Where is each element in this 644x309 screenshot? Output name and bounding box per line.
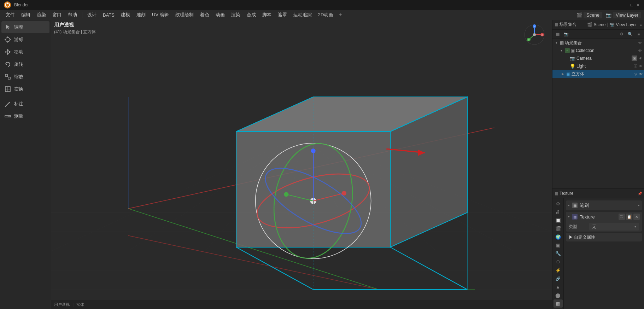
tool-transform[interactable]: 变换 <box>1 83 49 95</box>
outliner-collection-row[interactable]: ▾ ✓ ▣ Collection 👁 <box>552 47 644 54</box>
menu-file[interactable]: 文件 <box>3 11 18 19</box>
close-button[interactable]: ✕ <box>636 2 640 7</box>
annotate-icon <box>4 100 11 107</box>
type-value: 无 <box>592 224 596 230</box>
menu-edit[interactable]: 编辑 <box>18 11 33 19</box>
menu-render[interactable]: 渲染 <box>34 11 49 19</box>
outliner-tool-new[interactable]: ▦ <box>554 31 562 38</box>
menu-help[interactable]: 帮助 <box>65 11 80 19</box>
menu-window[interactable]: 窗口 <box>49 11 64 19</box>
tab-shading[interactable]: 着色 <box>197 11 212 19</box>
tool-scale[interactable]: 缩放 <box>1 71 49 83</box>
texture-expand-icon: ▾ <box>568 215 570 218</box>
outliner-filter-button[interactable]: ⚙ <box>618 31 626 38</box>
tab-compositing[interactable]: 合成 <box>244 11 259 19</box>
cube-name: 立方体 <box>572 71 633 77</box>
prop-tab-render[interactable]: ⚙ <box>554 200 563 208</box>
light-eye[interactable]: 👁 <box>639 64 643 68</box>
prop-tab-constraints[interactable]: 🔗 <box>554 275 563 283</box>
prop-tab-scene[interactable]: 🎬 <box>554 225 563 233</box>
tab-bats[interactable]: BATS <box>100 11 117 19</box>
scene-name[interactable]: Scene <box>584 12 602 18</box>
prop-tab-view-layer[interactable]: 🔲 <box>554 216 563 225</box>
tab-sculpt[interactable]: 雕刻 <box>134 11 148 19</box>
outliner-sort-filter[interactable]: ≡ <box>635 31 643 38</box>
prop-tab-world[interactable]: 🌍 <box>554 233 563 241</box>
prop-tab-particles[interactable]: ⬡ <box>554 258 563 266</box>
tab-design[interactable]: 设计 <box>84 11 99 19</box>
tab-motion-tracking[interactable]: 运动追踪 <box>291 11 315 19</box>
brush-header[interactable]: ▾ ▦ 笔刷 ▾ <box>566 200 642 210</box>
tool-select[interactable]: 调整 <box>1 21 49 33</box>
tab-scripting[interactable]: 脚本 <box>259 11 274 19</box>
viewport-shading[interactable]: 实体 <box>76 302 84 307</box>
collection-eye[interactable]: 👁 <box>638 49 642 53</box>
viewport[interactable]: 用户透视 (41) 场景集合 | 立方体 Z X Y <box>51 20 552 309</box>
outliner-tool-display[interactable]: 📷 <box>562 31 570 38</box>
tool-cursor[interactable]: 游标 <box>1 34 49 46</box>
custom-props-header[interactable]: ▶ 自定义属性 ⋯ <box>566 233 642 241</box>
camera-thumbnail[interactable]: ▣ <box>632 56 637 61</box>
tool-rotate[interactable]: 旋转 <box>1 58 49 70</box>
properties-content-area: ⚙ 🖨 🔲 🎬 🌍 ▣ 🔧 ⬡ ⚡ 🔗 ▲ ⬤ ▦ ▾ <box>552 198 644 309</box>
tab-masking[interactable]: 遮罩 <box>275 11 290 19</box>
prop-tab-modifier[interactable]: 🔧 <box>554 250 563 258</box>
app-title: Blender <box>14 2 29 7</box>
collection-checkbox[interactable]: ✓ <box>565 48 570 53</box>
tab-texture-paint[interactable]: 纹理绘制 <box>172 11 197 19</box>
svg-marker-11 <box>7 53 9 55</box>
camera-eye[interactable]: 👁 <box>639 57 643 60</box>
texture-copy-btn[interactable]: 📋 <box>626 214 632 220</box>
svg-marker-13 <box>9 51 11 53</box>
tool-move[interactable]: 移动 <box>1 46 49 58</box>
scale-icon <box>4 73 11 80</box>
outliner-cube-row[interactable]: ▶ ▣ 立方体 ▽ 👁 <box>552 70 644 78</box>
tab-render2[interactable]: 渲染 <box>228 11 243 19</box>
prop-tab-data[interactable]: ▲ <box>554 283 563 291</box>
texture-shield-btn[interactable]: 🛡 <box>619 214 625 220</box>
prop-tab-material[interactable]: ⬤ <box>554 291 563 299</box>
prop-tab-texture[interactable]: ▦ <box>554 299 563 308</box>
scene-collection-name: 场景集合 <box>565 40 637 46</box>
nav-gizmo[interactable]: Z X Y <box>524 24 545 45</box>
prop-tab-output[interactable]: 🖨 <box>554 208 563 216</box>
outliner-filter-icon[interactable]: ≡ <box>640 23 642 27</box>
tab-modeling[interactable]: 建模 <box>118 11 133 19</box>
svg-text:X: X <box>541 34 543 36</box>
outliner-light-row[interactable]: ▾ 💡 Light ⓘ 👁 <box>552 62 644 70</box>
brush-name: 笔刷 <box>580 202 636 209</box>
add-tab-button[interactable]: + <box>336 12 344 18</box>
tool-move-label: 移动 <box>14 49 23 55</box>
scene-label[interactable]: Scene <box>593 22 605 27</box>
prop-tab-physics[interactable]: ⚡ <box>554 266 563 274</box>
texture-delete-btn[interactable]: ✕ <box>633 214 640 220</box>
tool-measure[interactable]: 测量 <box>1 110 49 122</box>
tab-animation[interactable]: 动画 <box>213 11 228 19</box>
brush-section: ▾ ▦ 笔刷 ▾ <box>566 200 642 210</box>
viewport-mode-select[interactable]: 用户透视 <box>54 302 70 307</box>
prop-tab-object[interactable]: ▣ <box>554 241 563 250</box>
tool-annotate-label: 标注 <box>14 101 23 107</box>
type-dropdown[interactable]: 无 ▾ <box>589 223 639 231</box>
outliner-scene-collection-row[interactable]: ▾ ▦ 场景集合 👁 <box>552 39 644 47</box>
cursor-icon <box>4 36 11 43</box>
menu-separator-1 <box>82 12 82 18</box>
cube-eye[interactable]: 👁 <box>639 72 643 76</box>
type-label: 类型 <box>569 224 586 230</box>
outliner-search[interactable]: 🔍 <box>626 31 634 38</box>
outliner-title-label: 场景集合 <box>560 22 586 28</box>
outliner-camera-row[interactable]: ▾ 📷 Camera ▣ 👁 <box>552 54 644 62</box>
tab-2d-animation[interactable]: 2D动画 <box>315 11 336 19</box>
view-layer-name[interactable]: View Layer <box>613 12 641 18</box>
tab-uv[interactable]: UV 编辑 <box>149 11 172 19</box>
view-layer-label[interactable]: View Layer <box>616 22 637 27</box>
scene-collection-eye[interactable]: 👁 <box>638 41 642 45</box>
minimize-button[interactable]: ─ <box>623 2 628 7</box>
custom-props-more[interactable]: ⋯ <box>636 235 639 239</box>
maximize-button[interactable]: □ <box>629 2 634 7</box>
cube-filter[interactable]: ▽ <box>634 72 637 76</box>
light-info: ⓘ <box>634 64 637 69</box>
props-pin[interactable]: 📌 <box>638 192 642 196</box>
svg-rect-16 <box>8 77 10 79</box>
tool-annotate[interactable]: 标注 <box>1 98 49 110</box>
